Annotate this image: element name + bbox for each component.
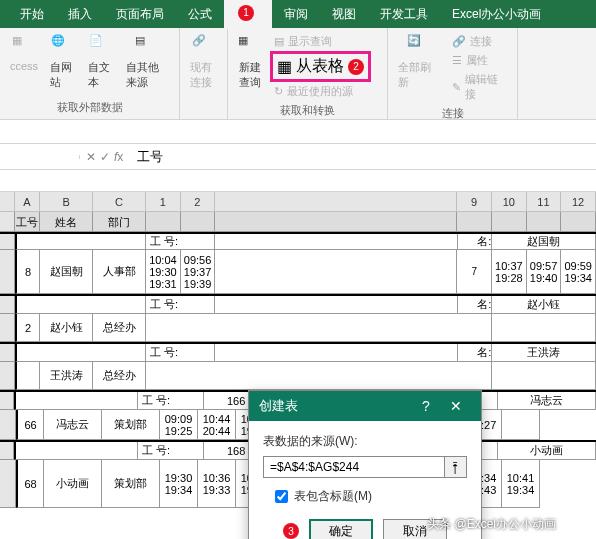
group-get-transform-label: 获取和转换 [234,101,381,122]
properties-button[interactable]: ☰属性 [448,51,511,70]
ribbon-tabs: 开始 插入 页面布局 公式 数据 1 审阅 视图 开发工具 Excel办公小动画 [0,0,596,28]
new-query-icon: ▦ [238,34,262,58]
tab-data[interactable]: 数据 1 [224,0,272,29]
cancel-formula-icon[interactable]: ✕ [86,150,96,164]
group-external-data-label: 获取外部数据 [6,98,173,119]
recent-icon: ↻ [274,85,283,98]
from-table-button[interactable]: ▦ 从表格 2 [270,51,371,82]
enter-formula-icon[interactable]: ✓ [100,150,110,164]
other-source-icon: ▤ [135,34,159,58]
ok-button[interactable]: 确定 [309,519,373,539]
connection-icon: 🔗 [192,34,216,58]
ribbon-content: ▦ccess 🌐自网站 📄自文本 ▤自其他来源 获取外部数据 🔗现有连接 ▦新建… [0,28,596,120]
text-file-icon: 📄 [89,34,113,58]
from-other-button[interactable]: ▤自其他来源 [122,32,173,92]
name-box[interactable] [0,155,80,159]
range-picker-button[interactable]: ⭱ [445,456,467,478]
show-query-button[interactable]: ▤显示查询 [270,32,371,51]
database-icon: ▦ [12,34,36,58]
edit-icon: ✎ [452,81,461,94]
existing-connections-button[interactable]: 🔗现有连接 [186,32,221,92]
source-label: 表数据的来源(W): [263,433,467,450]
formula-input[interactable]: 工号 [129,146,596,168]
badge-2: 2 [348,59,364,75]
group-connections-label: 连接 [394,104,511,125]
badge-3: 3 [283,523,299,539]
headers-checkbox[interactable] [275,490,288,503]
from-text-button[interactable]: 📄自文本 [84,32,118,92]
tab-home[interactable]: 开始 [8,0,56,29]
fx-icon[interactable]: fx [114,150,123,164]
recent-sources-button[interactable]: ↻最近使用的源 [270,82,371,101]
tab-dev[interactable]: 开发工具 [368,0,440,29]
table-icon: ▦ [277,57,292,76]
new-query-button[interactable]: ▦新建 查询 [234,32,266,92]
table-row [15,234,146,250]
globe-icon: 🌐 [51,34,75,58]
properties-icon: ☰ [452,54,462,67]
refresh-icon: 🔄 [407,34,431,58]
dialog-help-button[interactable]: ? [411,398,441,414]
list-icon: ▤ [274,35,284,48]
tab-layout[interactable]: 页面布局 [104,0,176,29]
link-icon: 🔗 [452,35,466,48]
refresh-all-button[interactable]: 🔄全部刷新 [394,32,444,92]
tab-formula[interactable]: 公式 [176,0,224,29]
from-web-button[interactable]: 🌐自网站 [46,32,80,92]
dialog-close-button[interactable]: ✕ [441,398,471,414]
watermark: 头条 @Excel办公小动画 [427,516,556,533]
edit-links-button[interactable]: ✎编辑链接 [448,70,511,104]
worksheet[interactable]: A B C 1 2 9 10 11 12 工号 姓名 部门 工 号: 名: 赵国… [0,170,596,539]
tab-addon[interactable]: Excel办公小动画 [440,0,553,29]
from-access-button[interactable]: ▦ccess [6,32,42,74]
tab-view[interactable]: 视图 [320,0,368,29]
dialog-title-text: 创建表 [259,397,298,415]
tab-insert[interactable]: 插入 [56,0,104,29]
dialog-titlebar[interactable]: 创建表 ? ✕ [249,391,481,421]
connections-button[interactable]: 🔗连接 [448,32,511,51]
column-headers: A B C 1 2 9 10 11 12 [0,192,596,212]
tab-review[interactable]: 审阅 [272,0,320,29]
headers-checkbox-label: 表包含标题(M) [294,488,372,505]
range-input[interactable] [263,456,445,478]
formula-bar: ✕ ✓ fx 工号 [0,144,596,170]
table-header-row: 工号 姓名 部门 [0,212,596,232]
badge-1: 1 [238,5,254,21]
